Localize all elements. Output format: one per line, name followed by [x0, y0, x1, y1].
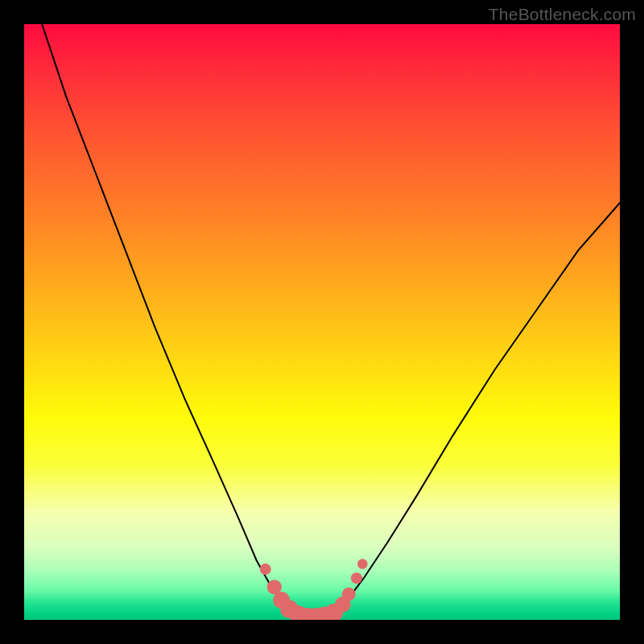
- curve-left-curve: [42, 24, 292, 614]
- chart-svg: [24, 24, 620, 620]
- plot-area: [24, 24, 620, 620]
- data-point: [342, 588, 356, 601]
- data-point: [260, 564, 271, 575]
- chart-frame: TheBottleneck.com: [0, 0, 644, 644]
- data-point: [351, 572, 362, 584]
- data-point: [357, 559, 368, 569]
- watermark-text: TheBottleneck.com: [489, 5, 636, 24]
- curve-right-curve: [334, 203, 620, 614]
